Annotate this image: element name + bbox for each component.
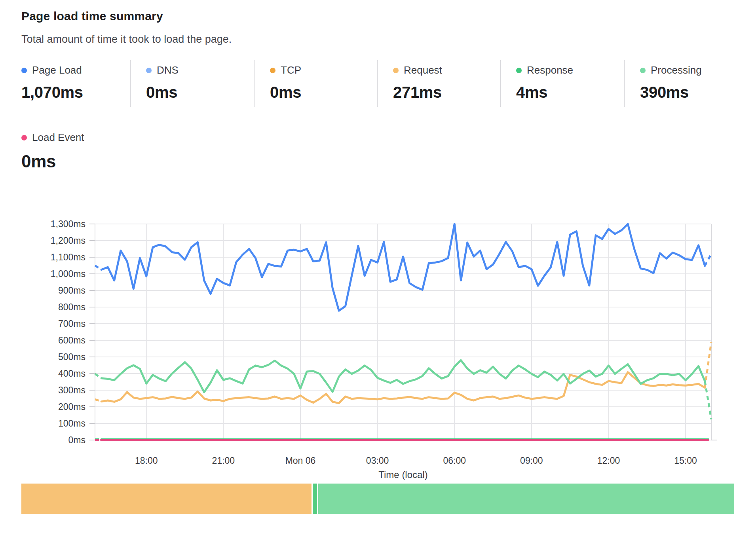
x-axis-tick-label: 09:00 — [520, 455, 543, 466]
y-axis-tick-label: 1,000ms — [51, 269, 85, 279]
x-axis-title: Time (local) — [378, 469, 427, 480]
y-axis-tick-label: 700ms — [58, 319, 85, 329]
sliver-segment — [313, 484, 317, 514]
y-axis-tick-label: 200ms — [58, 402, 85, 412]
x-axis-tick-label: 03:00 — [366, 455, 389, 466]
series-request — [95, 342, 711, 403]
degraded-segment — [21, 484, 312, 514]
y-axis-tick-label: 1,200ms — [51, 235, 85, 246]
x-axis-tick-label: 18:00 — [135, 455, 158, 466]
load-time-chart[interactable]: 0ms100ms200ms300ms400ms500ms600ms700ms80… — [0, 0, 756, 535]
ok-segment — [318, 484, 734, 514]
x-axis-tick-label: 15:00 — [674, 455, 697, 466]
y-axis-tick-label: 600ms — [58, 335, 85, 345]
y-axis-tick-label: 0ms — [68, 435, 85, 445]
y-axis-tick-label: 300ms — [58, 385, 85, 395]
x-axis-tick-label: 12:00 — [597, 455, 620, 466]
series-processing — [95, 360, 711, 419]
y-axis-tick-label: 800ms — [58, 302, 85, 312]
x-axis-tick-label: 06:00 — [443, 455, 466, 466]
y-axis-tick-label: 100ms — [58, 418, 85, 429]
y-axis-tick-label: 1,100ms — [51, 252, 85, 262]
y-axis-tick-label: 1,300ms — [51, 219, 85, 229]
status-timeline-bar[interactable] — [21, 484, 734, 514]
x-axis-tick-label: 21:00 — [212, 455, 235, 466]
y-axis-tick-label: 400ms — [58, 368, 85, 379]
chart-series — [95, 224, 711, 440]
y-axis-tick-label: 900ms — [58, 285, 85, 296]
y-axis-tick-label: 500ms — [58, 352, 85, 362]
x-axis-tick-label: Mon 06 — [285, 455, 316, 466]
series-page-load — [95, 224, 711, 311]
